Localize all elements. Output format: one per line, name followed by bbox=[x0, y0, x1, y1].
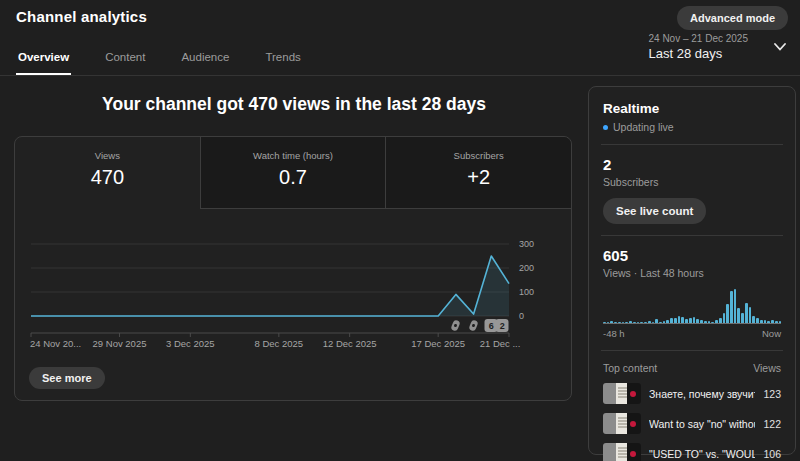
top-content-header: Top content Views bbox=[603, 362, 781, 374]
spark-bar bbox=[655, 319, 658, 323]
video-views: 122 bbox=[763, 418, 781, 430]
spark-bar bbox=[603, 322, 606, 323]
updating-live-status: Updating live bbox=[603, 121, 781, 133]
spark-bar bbox=[689, 318, 692, 323]
realtime-card: Realtime Updating live 2 Subscribers See… bbox=[588, 86, 796, 455]
video-title: Want to say "no" without so... bbox=[649, 418, 755, 430]
spark-bar bbox=[741, 313, 744, 323]
spark-bar bbox=[767, 321, 770, 323]
spark-bar bbox=[618, 322, 621, 323]
spark-bar bbox=[614, 322, 617, 323]
updating-live-label: Updating live bbox=[613, 121, 674, 133]
video-count-badge[interactable]: 2 bbox=[496, 319, 509, 332]
realtime-subscribers-value: 2 bbox=[603, 156, 781, 173]
realtime-title: Realtime bbox=[603, 101, 781, 116]
spark-bar bbox=[640, 322, 643, 323]
see-live-count-button[interactable]: See live count bbox=[603, 198, 706, 224]
realtime-views-label: Views · Last 48 hours bbox=[603, 267, 781, 279]
chevron-down-icon[interactable] bbox=[774, 43, 786, 51]
x-axis-tick: 21 Dec ... bbox=[480, 338, 521, 349]
date-preset-text: Last 28 days bbox=[648, 46, 748, 61]
spark-bar bbox=[693, 317, 696, 323]
spark-bar bbox=[749, 307, 752, 323]
advanced-mode-button[interactable]: Advanced mode bbox=[677, 6, 788, 30]
metric-tab-views[interactable]: Views470 bbox=[15, 137, 200, 209]
headline: Your channel got 470 views in the last 2… bbox=[10, 94, 578, 115]
spark-bar bbox=[704, 321, 707, 323]
tab-audience[interactable]: Audience bbox=[179, 51, 231, 75]
spark-bar bbox=[644, 322, 647, 323]
spark-bar bbox=[726, 304, 729, 323]
realtime-views-value: 605 bbox=[603, 247, 781, 264]
tab-content[interactable]: Content bbox=[103, 51, 147, 75]
x-axis-tick: 12 Dec 2025 bbox=[323, 338, 377, 349]
video-views: 123 bbox=[763, 388, 781, 400]
x-axis-tick: 17 Dec 2025 bbox=[411, 338, 465, 349]
spark-bar bbox=[670, 318, 673, 323]
date-filter[interactable]: 24 Nov – 21 Dec 2025 Last 28 days bbox=[648, 33, 786, 61]
spark-bar bbox=[723, 313, 726, 323]
spark-bar bbox=[745, 303, 748, 323]
metric-tab-label: Subscribers bbox=[386, 150, 571, 161]
y-axis-tick: 0 bbox=[519, 311, 524, 321]
metric-tab-value: +2 bbox=[386, 166, 571, 189]
spark-bar bbox=[666, 320, 669, 323]
analytics-summary-card: Views470Watch time (hours)0.7Subscribers… bbox=[14, 136, 572, 401]
spark-bar bbox=[622, 322, 625, 323]
spark-bar bbox=[708, 321, 711, 323]
spark-axis: -48 h Now bbox=[603, 328, 781, 339]
metric-tab-watch-time-hours[interactable]: Watch time (hours)0.7 bbox=[200, 137, 386, 209]
realtime-views-bar-chart bbox=[603, 288, 781, 324]
divider bbox=[601, 235, 783, 236]
spark-bar bbox=[652, 322, 655, 323]
shorts-icon[interactable] bbox=[449, 319, 462, 332]
y-axis-tick: 100 bbox=[519, 287, 534, 297]
tab-trends[interactable]: Trends bbox=[263, 51, 302, 75]
top-content-row[interactable]: Знаете, почему звучит ст...123 bbox=[603, 383, 781, 404]
spark-bar bbox=[685, 319, 688, 323]
spark-bar bbox=[637, 322, 640, 323]
spark-bar bbox=[764, 320, 767, 323]
video-thumbnail bbox=[603, 443, 641, 461]
spark-bar bbox=[633, 322, 636, 323]
top-content-row[interactable]: "USED TO" vs. "WOULD" for...106 bbox=[603, 443, 781, 461]
video-thumbnail bbox=[603, 383, 641, 404]
divider bbox=[601, 350, 783, 351]
x-axis-tick: 8 Dec 2025 bbox=[255, 338, 304, 349]
spark-bar bbox=[752, 316, 755, 323]
spark-bar bbox=[610, 321, 613, 323]
metric-tab-value: 0.7 bbox=[201, 166, 386, 189]
shorts-icon[interactable] bbox=[467, 319, 480, 332]
y-axis-tick: 300 bbox=[519, 239, 534, 249]
top-header: Channel analytics Advanced mode 24 Nov –… bbox=[0, 0, 800, 76]
metric-tab-label: Views bbox=[15, 150, 200, 161]
views-line-chart: 010020030024 Nov 20...29 Nov 20253 Dec 2… bbox=[31, 236, 509, 356]
spark-bar bbox=[775, 321, 778, 323]
spark-bar bbox=[681, 317, 684, 323]
divider bbox=[601, 144, 783, 145]
spark-bar bbox=[629, 321, 632, 323]
spark-bar bbox=[719, 318, 722, 323]
spark-bar bbox=[625, 322, 628, 323]
spark-bar bbox=[760, 320, 763, 323]
video-views: 106 bbox=[763, 448, 781, 460]
spark-axis-right: Now bbox=[762, 328, 781, 339]
tab-bar: OverviewContentAudienceTrends bbox=[16, 51, 303, 75]
page-title: Channel analytics bbox=[16, 8, 147, 25]
tab-overview[interactable]: Overview bbox=[16, 51, 71, 75]
spark-bar bbox=[734, 289, 737, 323]
spark-bar bbox=[779, 321, 782, 323]
spark-bar bbox=[659, 322, 662, 323]
top-content-row[interactable]: Want to say "no" without so...122 bbox=[603, 413, 781, 434]
x-axis-tick: 29 Nov 2025 bbox=[93, 338, 147, 349]
top-content-list: Знаете, почему звучит ст...123Want to sa… bbox=[603, 383, 781, 461]
spark-bar bbox=[756, 318, 759, 323]
realtime-subscribers-label: Subscribers bbox=[603, 176, 781, 188]
spark-axis-left: -48 h bbox=[603, 328, 625, 339]
see-more-button[interactable]: See more bbox=[29, 367, 105, 389]
metric-tab-subscribers[interactable]: Subscribers+2 bbox=[385, 137, 571, 209]
main-area: Your channel got 470 views in the last 2… bbox=[0, 76, 800, 401]
date-range-text: 24 Nov – 21 Dec 2025 bbox=[648, 33, 748, 44]
spark-bar bbox=[737, 308, 740, 323]
video-title: Знаете, почему звучит ст... bbox=[649, 388, 755, 400]
